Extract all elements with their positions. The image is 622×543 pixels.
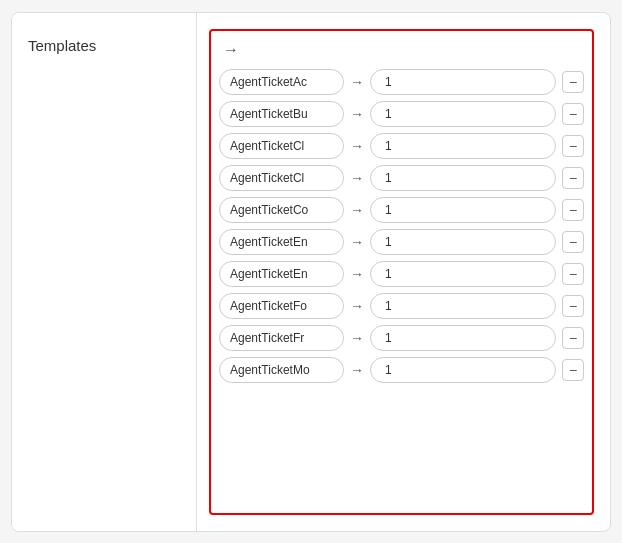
row-label: AgentTicketCo [219,197,344,223]
row-label: AgentTicketFo [219,293,344,319]
remove-button[interactable]: − [562,231,584,253]
remove-button[interactable]: − [562,167,584,189]
row-value[interactable]: 1 [370,325,556,351]
row-label: AgentTicketEn [219,261,344,287]
header-arrow-icon: → [223,41,239,59]
table-row: AgentTicketEn → 1 − [219,229,584,255]
table-row: AgentTicketMo → 1 − [219,357,584,383]
row-label: AgentTicketBu [219,101,344,127]
row-label: AgentTicketEn [219,229,344,255]
table-row: AgentTicketCo → 1 − [219,197,584,223]
row-value[interactable]: 1 [370,197,556,223]
row-arrow-icon: → [350,266,364,282]
row-label: AgentTicketAc [219,69,344,95]
row-arrow-icon: → [350,330,364,346]
row-value[interactable]: 1 [370,229,556,255]
row-label: AgentTicketCl [219,165,344,191]
remove-button[interactable]: − [562,359,584,381]
remove-button[interactable]: − [562,263,584,285]
row-arrow-icon: → [350,138,364,154]
table-row: AgentTicketAc → 1 − [219,69,584,95]
row-label: AgentTicketMo [219,357,344,383]
remove-button[interactable]: − [562,295,584,317]
content-header: → [219,39,584,61]
row-value[interactable]: 1 [370,133,556,159]
table-row: AgentTicketCl → 1 − [219,133,584,159]
main-container: Templates → AgentTicketAc → 1 − AgentTic… [11,12,611,532]
row-arrow-icon: → [350,202,364,218]
remove-button[interactable]: − [562,135,584,157]
table-row: AgentTicketFr → 1 − [219,325,584,351]
row-arrow-icon: → [350,362,364,378]
sidebar-title: Templates [24,29,184,62]
table-row: AgentTicketFo → 1 − [219,293,584,319]
row-label: AgentTicketFr [219,325,344,351]
table-row: AgentTicketBu → 1 − [219,101,584,127]
table-row: AgentTicketEn → 1 − [219,261,584,287]
row-value[interactable]: 1 [370,69,556,95]
content-area: → AgentTicketAc → 1 − AgentTicketBu → 1 … [209,29,594,515]
row-arrow-icon: → [350,170,364,186]
table-row: AgentTicketCl → 1 − [219,165,584,191]
row-value[interactable]: 1 [370,101,556,127]
rows-container: AgentTicketAc → 1 − AgentTicketBu → 1 − … [219,69,584,383]
row-value[interactable]: 1 [370,165,556,191]
row-value[interactable]: 1 [370,357,556,383]
remove-button[interactable]: − [562,103,584,125]
row-value[interactable]: 1 [370,261,556,287]
row-label: AgentTicketCl [219,133,344,159]
remove-button[interactable]: − [562,327,584,349]
row-arrow-icon: → [350,298,364,314]
row-value[interactable]: 1 [370,293,556,319]
row-arrow-icon: → [350,234,364,250]
row-arrow-icon: → [350,106,364,122]
remove-button[interactable]: − [562,199,584,221]
remove-button[interactable]: − [562,71,584,93]
row-arrow-icon: → [350,74,364,90]
sidebar: Templates [12,13,197,531]
content-wrapper: → AgentTicketAc → 1 − AgentTicketBu → 1 … [201,21,602,523]
